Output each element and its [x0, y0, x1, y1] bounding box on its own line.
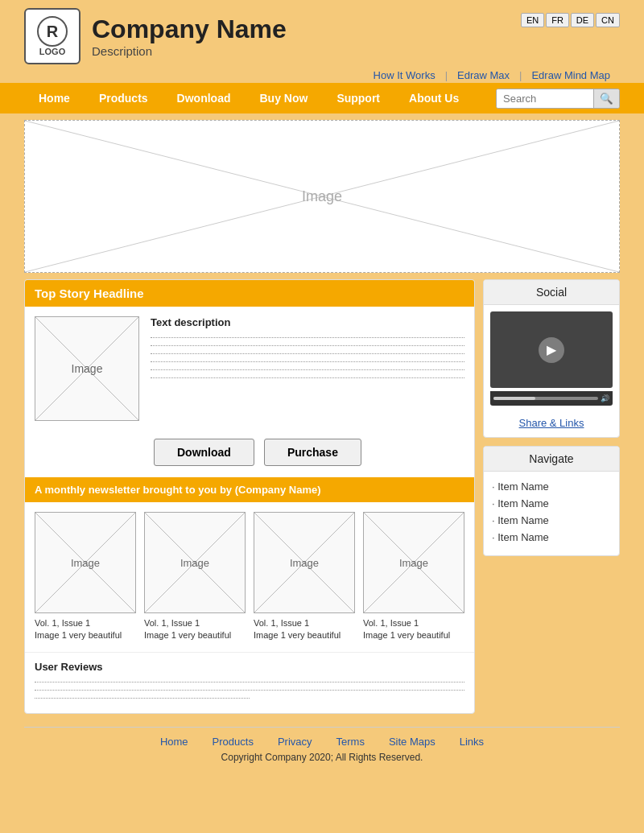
- story-header: Top Story Headline: [25, 280, 474, 307]
- news-caption-3: Vol. 1, Issue 1 Image 1 very beautiful: [254, 617, 341, 642]
- main-area: Top Story Headline Image Text descriptio…: [24, 279, 620, 714]
- news-image-4: Image: [363, 512, 464, 613]
- video-placeholder: ▶: [490, 311, 613, 388]
- download-button[interactable]: Download: [154, 439, 254, 466]
- hero-label: Image: [302, 188, 342, 205]
- footer: Home Products Privacy Terms Site Maps Li…: [0, 728, 644, 773]
- review-dots-2: [35, 686, 464, 691]
- reviews-section: User Reviews: [25, 652, 474, 713]
- news-image-2: Image: [144, 512, 246, 613]
- hero-image: Image: [24, 120, 620, 273]
- button-row: Download Purchase: [25, 431, 474, 477]
- review-dots-1: [35, 678, 464, 682]
- news-desc-1: Image 1 very beautiful: [35, 629, 122, 641]
- newsletter-header: A monthly newsletter brought to you by (…: [25, 477, 474, 502]
- lang-en[interactable]: EN: [521, 13, 544, 27]
- logo-text: LOGO: [39, 47, 65, 56]
- lang-fr[interactable]: FR: [546, 13, 569, 27]
- news-image-1: Image: [35, 512, 136, 613]
- nav-list-item-3[interactable]: Item Name: [492, 512, 611, 529]
- news-desc-4: Image 1 very beautiful: [363, 629, 450, 641]
- share-links: Share & Links: [484, 412, 619, 437]
- video-controls: 🔊: [490, 391, 613, 406]
- nav-list-item-4[interactable]: Item Name: [492, 529, 611, 546]
- news-caption-1: Vol. 1, Issue 1 Image 1 very beautiful: [35, 617, 122, 642]
- header: R LOGO Company Name Description EN FR DE…: [0, 0, 644, 68]
- nav-buy-now[interactable]: Buy Now: [245, 83, 322, 113]
- lang-switcher: EN FR DE CN: [521, 13, 620, 27]
- news-image-3-label: Image: [290, 557, 319, 569]
- story-text: Text description: [151, 316, 464, 421]
- footer-link-sitemaps[interactable]: Site Maps: [389, 736, 436, 748]
- footer-link-terms[interactable]: Terms: [336, 736, 365, 748]
- purchase-button[interactable]: Purchase: [264, 439, 361, 466]
- search-box: 🔍: [496, 89, 620, 109]
- logo-box: R LOGO: [24, 8, 80, 64]
- company-info: Company Name Description: [92, 14, 287, 58]
- navbar: Home Products Dwonload Buy Now Support A…: [0, 83, 644, 113]
- search-input[interactable]: [497, 89, 593, 108]
- news-vol-4: Vol. 1, Issue 1: [363, 617, 450, 629]
- video-progress-bar[interactable]: [493, 397, 598, 400]
- footer-copyright: Copyright Company 2020; All Rights Reser…: [24, 752, 620, 763]
- navigate-box: Navigate Item Name Item Name Item Name I…: [483, 446, 620, 556]
- news-caption-4: Vol. 1, Issue 1 Image 1 very beautiful: [363, 617, 450, 642]
- sidebar-right: Social ▶ 🔊 Share & Links Navigate Item N…: [483, 279, 620, 714]
- news-image-2-label: Image: [180, 557, 209, 569]
- footer-link-links[interactable]: Links: [460, 736, 484, 748]
- volume-icon: 🔊: [601, 394, 609, 402]
- footer-link-privacy[interactable]: Privacy: [278, 736, 312, 748]
- lang-de[interactable]: DE: [571, 13, 594, 27]
- story-image: Image: [35, 316, 139, 421]
- logo-area: R LOGO Company Name Description: [24, 8, 287, 64]
- news-image-1-label: Image: [71, 557, 100, 569]
- play-button[interactable]: ▶: [539, 337, 564, 363]
- search-icon: 🔍: [600, 93, 613, 105]
- video-progress-fill: [493, 397, 535, 400]
- story-dots-5: [151, 365, 464, 370]
- news-vol-2: Vol. 1, Issue 1: [144, 617, 231, 629]
- review-dots-3: [35, 694, 250, 699]
- content-left: Top Story Headline Image Text descriptio…: [24, 279, 475, 714]
- logo-circle: R: [37, 16, 68, 47]
- nav-download[interactable]: Dwonload: [163, 83, 246, 113]
- story-dots-1: [151, 333, 464, 338]
- top-link-edraw-max[interactable]: Edraw Max: [448, 69, 519, 81]
- company-description: Description: [92, 44, 287, 58]
- nav-list-item-2[interactable]: Item Name: [492, 495, 611, 512]
- social-box: Social ▶ 🔊 Share & Links: [483, 279, 620, 438]
- footer-links: Home Products Privacy Terms Site Maps Li…: [24, 736, 620, 748]
- company-name: Company Name: [92, 14, 287, 44]
- reviews-title: User Reviews: [35, 661, 464, 673]
- top-link-edraw-mind-map[interactable]: Edraw Mind Map: [522, 69, 620, 81]
- top-links: How It Works | Edraw Max | Edraw Mind Ma…: [0, 68, 644, 83]
- news-item-1: Image Vol. 1, Issue 1 Image 1 very beaut…: [35, 512, 136, 642]
- news-item-3: Image Vol. 1, Issue 1 Image 1 very beaut…: [254, 512, 355, 642]
- nav-home[interactable]: Home: [24, 83, 85, 113]
- news-vol-3: Vol. 1, Issue 1: [254, 617, 341, 629]
- share-links-button[interactable]: Share & Links: [519, 417, 584, 429]
- story-section: Image Text description: [25, 307, 474, 431]
- newsletter-images: Image Vol. 1, Issue 1 Image 1 very beaut…: [25, 502, 474, 652]
- news-desc-3: Image 1 very beautiful: [254, 629, 341, 641]
- news-item-2: Image Vol. 1, Issue 1 Image 1 very beaut…: [144, 512, 246, 642]
- nav-support[interactable]: Support: [322, 83, 394, 113]
- social-header: Social: [484, 280, 619, 305]
- news-caption-2: Vol. 1, Issue 1 Image 1 very beautiful: [144, 617, 231, 642]
- search-button[interactable]: 🔍: [593, 89, 619, 108]
- story-dots-3: [151, 349, 464, 354]
- nav-list-item-1[interactable]: Item Name: [492, 478, 611, 495]
- footer-link-products[interactable]: Products: [213, 736, 254, 748]
- navigate-header: Navigate: [484, 447, 619, 472]
- top-link-how-it-works[interactable]: How It Works: [364, 69, 445, 81]
- story-dots-2: [151, 341, 464, 346]
- nav-about-us[interactable]: About Us: [394, 83, 473, 113]
- news-vol-1: Vol. 1, Issue 1: [35, 617, 122, 629]
- lang-cn[interactable]: CN: [596, 13, 620, 27]
- nav-products[interactable]: Products: [85, 83, 163, 113]
- footer-link-home[interactable]: Home: [160, 736, 188, 748]
- navigate-list: Item Name Item Name Item Name Item Name: [484, 472, 619, 555]
- story-image-label: Image: [72, 362, 103, 375]
- story-dots-6: [151, 373, 464, 378]
- news-image-4-label: Image: [399, 557, 428, 569]
